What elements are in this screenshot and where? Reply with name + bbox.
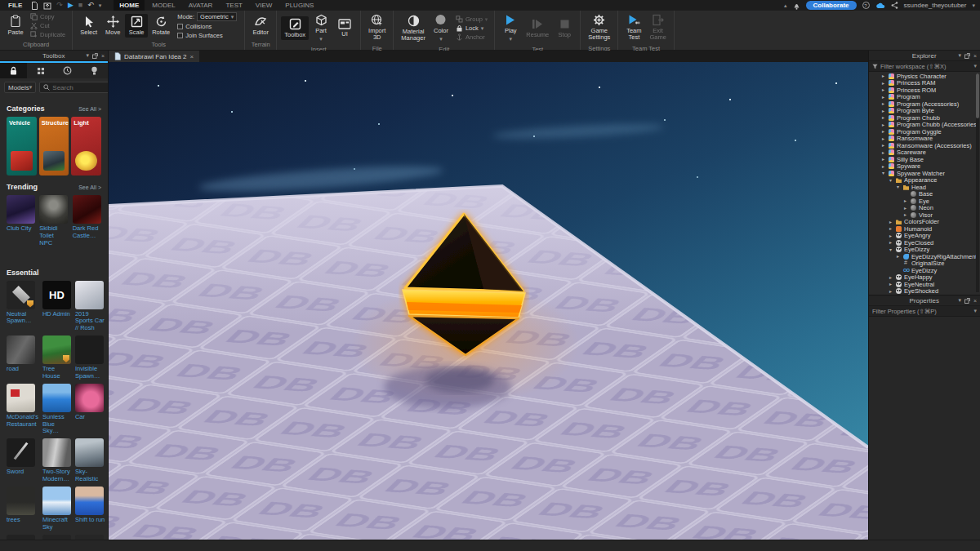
toolbox-item[interactable]: road bbox=[7, 335, 38, 380]
toolbox-item[interactable]: Shift to run bbox=[75, 487, 106, 531]
expand-arrow-icon[interactable] bbox=[880, 122, 886, 127]
expand-arrow-icon[interactable] bbox=[888, 220, 893, 224]
menu-tab-plugins[interactable]: PLUGINS bbox=[279, 0, 319, 11]
trending-see-all[interactable]: See All > bbox=[78, 184, 101, 190]
explorer-row[interactable]: Program Chubb (Accessories) bbox=[869, 122, 980, 129]
part-button[interactable]: Part ▾ bbox=[310, 12, 332, 44]
explorer-scrollbar[interactable] bbox=[976, 73, 979, 292]
color-button[interactable]: Color ▾ bbox=[430, 12, 452, 44]
toolbox-item[interactable]: 2019 Sports Car // Rosh bbox=[75, 281, 106, 333]
properties-undock-icon[interactable] bbox=[964, 298, 970, 304]
explorer-row[interactable]: Physics Character bbox=[869, 73, 980, 80]
explorer-close-icon[interactable]: × bbox=[973, 53, 977, 59]
expand-arrow-icon[interactable] bbox=[880, 95, 886, 100]
ui-button[interactable]: UI bbox=[333, 17, 356, 39]
expand-arrow-icon[interactable] bbox=[880, 129, 886, 134]
explorer-row[interactable]: Program bbox=[869, 94, 980, 101]
qat-dropdown-icon[interactable]: ▾ bbox=[99, 2, 102, 9]
user-dropdown-icon[interactable]: ▾ bbox=[972, 2, 975, 9]
toolbox-item[interactable]: Club City bbox=[7, 195, 35, 247]
paste-button[interactable]: Paste bbox=[4, 13, 27, 38]
expand-arrow-icon[interactable] bbox=[888, 233, 893, 238]
properties-filter[interactable]: Filter Properties (⇧⌘P) ▾ bbox=[869, 306, 980, 317]
viewport-3d[interactable]: DB bbox=[109, 62, 868, 540]
collisions-checkbox[interactable]: Collisions bbox=[177, 23, 237, 30]
collaborate-button[interactable]: Collaborate bbox=[806, 1, 857, 10]
notifications-bell-icon[interactable] bbox=[793, 2, 800, 10]
expand-arrow-icon[interactable] bbox=[880, 157, 886, 162]
expand-arrow-icon[interactable] bbox=[902, 198, 908, 203]
category-card-light[interactable]: Light bbox=[71, 117, 101, 176]
explorer-row[interactable]: OriginalSize bbox=[869, 260, 980, 268]
collapse-ribbon-icon[interactable]: ▴ bbox=[784, 2, 787, 9]
explorer-scrollbar-thumb[interactable] bbox=[976, 73, 979, 118]
toolbox-close-icon[interactable]: × bbox=[101, 53, 105, 59]
toolbox-item[interactable]: Neutral Spawn… bbox=[7, 281, 38, 333]
expand-arrow-icon[interactable] bbox=[880, 164, 886, 169]
new-document-icon[interactable] bbox=[31, 2, 38, 10]
expand-arrow-icon[interactable] bbox=[880, 143, 886, 148]
username[interactable]: ssundee_theyoutuber bbox=[904, 2, 967, 9]
explorer-row[interactable]: EyeShocked bbox=[869, 288, 980, 295]
open-icon[interactable] bbox=[43, 2, 51, 10]
properties-collapse-icon[interactable]: ▾ bbox=[958, 297, 961, 304]
expand-arrow-icon[interactable] bbox=[888, 282, 893, 287]
team-test-button[interactable]: Team Test bbox=[622, 12, 645, 43]
toolbox-button[interactable]: Toolbox bbox=[281, 16, 309, 40]
expand-arrow-icon[interactable] bbox=[888, 247, 893, 252]
toolbox-item[interactable]: Dark Red Castle… bbox=[73, 195, 101, 247]
exit-game-button[interactable]: Exit Game bbox=[646, 12, 669, 43]
toolbox-item[interactable]: Minecraft Sky bbox=[42, 487, 71, 531]
explorer-row[interactable]: Program (Accessories) bbox=[869, 100, 980, 108]
expand-arrow-icon[interactable] bbox=[902, 212, 908, 217]
cut-button[interactable]: Cut bbox=[30, 22, 65, 29]
expand-arrow-icon[interactable] bbox=[880, 115, 886, 120]
toolbox-item[interactable]: Sky-Realistic bbox=[75, 438, 106, 483]
expand-arrow-icon[interactable] bbox=[888, 289, 893, 294]
help-icon[interactable]: ? bbox=[862, 2, 870, 9]
toolbox-tab-creations[interactable] bbox=[81, 63, 108, 78]
expand-arrow-icon[interactable] bbox=[895, 184, 901, 189]
expand-arrow-icon[interactable] bbox=[880, 150, 886, 155]
document-tab[interactable]: Databrawl Fan Idea 2 × bbox=[109, 51, 199, 62]
select-button[interactable]: Select bbox=[77, 14, 100, 38]
toolbox-collapse-icon[interactable]: ▾ bbox=[86, 52, 89, 59]
undo-icon[interactable]: ↶ bbox=[87, 2, 94, 9]
join-surfaces-checkbox[interactable]: Join Surfaces bbox=[177, 32, 237, 39]
expand-arrow-icon[interactable] bbox=[895, 254, 901, 259]
explorer-row[interactable]: Princess RAM bbox=[869, 80, 980, 87]
game-settings-button[interactable]: Game Settings bbox=[585, 12, 613, 43]
category-card-vehicle[interactable]: Vehicle bbox=[7, 117, 37, 176]
play-quick-icon[interactable]: ▶ bbox=[68, 2, 74, 9]
explorer-row[interactable]: Scareware bbox=[869, 149, 980, 157]
explorer-filter[interactable]: Filter workspace (⇧⌘X) ▾ bbox=[869, 61, 980, 72]
properties-close-icon[interactable]: × bbox=[973, 298, 977, 304]
explorer-row[interactable]: ColorsFolder bbox=[869, 219, 980, 226]
explorer-row[interactable]: EyeDizzy bbox=[869, 247, 980, 254]
toolbox-item[interactable]: Checkpoint for Obby bbox=[75, 535, 106, 540]
toolbox-item[interactable]: Two-Story Modern… bbox=[42, 438, 71, 483]
expand-arrow-icon[interactable] bbox=[880, 136, 886, 141]
toolbox-item[interactable]: Sword bbox=[7, 438, 38, 483]
stop-button[interactable]: Stop bbox=[553, 16, 576, 40]
expand-arrow-icon[interactable] bbox=[888, 178, 893, 183]
explorer-row[interactable]: Head bbox=[869, 184, 980, 191]
toolbox-item[interactable]: Classic House bbox=[42, 535, 71, 540]
stop-quick-icon[interactable]: ■ bbox=[78, 2, 82, 9]
search-box[interactable] bbox=[39, 82, 109, 93]
document-tab-close-icon[interactable]: × bbox=[190, 53, 194, 60]
explorer-row[interactable]: Spyware bbox=[869, 163, 980, 171]
expand-arrow-icon[interactable] bbox=[880, 73, 886, 78]
group-button[interactable]: Group▾ bbox=[456, 16, 488, 23]
toolbox-item[interactable]: Tree House bbox=[42, 335, 71, 380]
explorer-row[interactable]: Program Byte bbox=[869, 108, 980, 115]
explorer-row[interactable]: Silly Base bbox=[869, 156, 980, 163]
explorer-row[interactable]: EyeClosed bbox=[869, 239, 980, 247]
material-manager-button[interactable]: Material Manager bbox=[398, 13, 429, 44]
explorer-row[interactable]: Visor bbox=[869, 211, 980, 219]
toolbox-item[interactable]: Car bbox=[75, 384, 106, 436]
category-card-structure[interactable]: Structure bbox=[39, 117, 69, 176]
toolbox-item[interactable]: Skibidi Toilet NPC bbox=[39, 195, 68, 247]
redo-icon[interactable]: ↷ bbox=[56, 2, 63, 9]
explorer-row[interactable]: EyeDizzyRigAttachment bbox=[869, 253, 980, 260]
